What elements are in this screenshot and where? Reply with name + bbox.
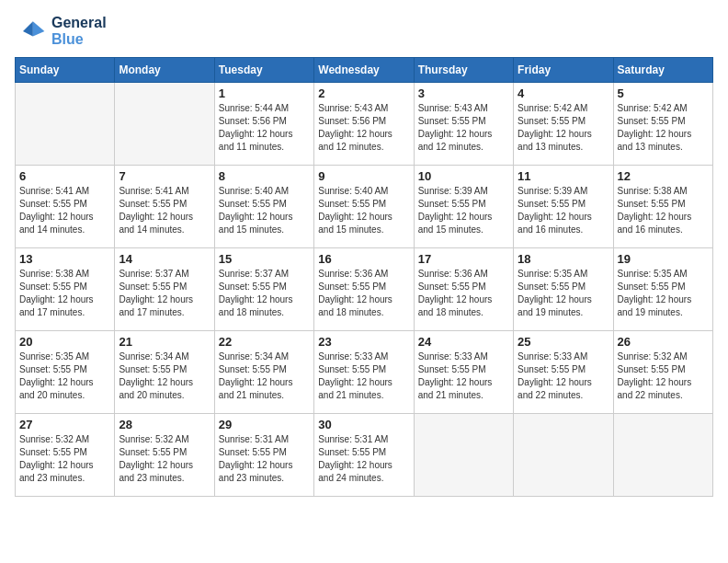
calendar-cell: 12Sunrise: 5:38 AMSunset: 5:55 PMDayligh… — [613, 166, 712, 248]
svg-marker-1 — [23, 21, 33, 36]
day-number: 24 — [418, 335, 509, 349]
calendar-cell: 22Sunrise: 5:34 AMSunset: 5:55 PMDayligh… — [214, 331, 313, 414]
column-header-wednesday: Wednesday — [314, 58, 414, 83]
calendar-cell: 16Sunrise: 5:36 AMSunset: 5:55 PMDayligh… — [314, 248, 414, 331]
calendar-cell — [514, 414, 613, 497]
day-info: Sunrise: 5:38 AMSunset: 5:55 PMDaylight:… — [19, 268, 110, 319]
day-info: Sunrise: 5:31 AMSunset: 5:55 PMDaylight:… — [318, 433, 409, 485]
day-info: Sunrise: 5:33 AMSunset: 5:55 PMDaylight:… — [318, 350, 409, 402]
day-info: Sunrise: 5:36 AMSunset: 5:55 PMDaylight:… — [318, 268, 409, 319]
day-info: Sunrise: 5:39 AMSunset: 5:55 PMDaylight:… — [418, 185, 509, 236]
day-info: Sunrise: 5:42 AMSunset: 5:55 PMDaylight:… — [618, 102, 709, 154]
day-info: Sunrise: 5:42 AMSunset: 5:55 PMDaylight:… — [518, 102, 609, 154]
day-info: Sunrise: 5:35 AMSunset: 5:55 PMDaylight:… — [19, 350, 110, 402]
calendar-cell: 30Sunrise: 5:31 AMSunset: 5:55 PMDayligh… — [314, 414, 414, 497]
column-header-saturday: Saturday — [613, 58, 712, 83]
day-number: 30 — [318, 418, 409, 431]
day-number: 26 — [618, 335, 709, 349]
column-header-tuesday: Tuesday — [214, 58, 313, 83]
logo-icon — [15, 15, 48, 48]
day-info: Sunrise: 5:34 AMSunset: 5:55 PMDaylight:… — [119, 350, 210, 402]
logo-text: General Blue — [51, 15, 107, 48]
day-info: Sunrise: 5:34 AMSunset: 5:55 PMDaylight:… — [219, 350, 310, 402]
calendar-cell — [414, 414, 513, 497]
day-number: 4 — [518, 86, 609, 100]
calendar-cell: 15Sunrise: 5:37 AMSunset: 5:55 PMDayligh… — [214, 248, 313, 331]
day-number: 11 — [518, 169, 609, 183]
day-number: 5 — [618, 86, 709, 100]
day-number: 28 — [119, 418, 210, 431]
day-number: 29 — [219, 418, 310, 431]
calendar-cell: 3Sunrise: 5:43 AMSunset: 5:55 PMDaylight… — [414, 83, 513, 166]
day-info: Sunrise: 5:44 AMSunset: 5:56 PMDaylight:… — [219, 102, 310, 154]
column-header-sunday: Sunday — [16, 58, 115, 83]
calendar-cell: 21Sunrise: 5:34 AMSunset: 5:55 PMDayligh… — [115, 331, 214, 414]
calendar: SundayMondayTuesdayWednesdayThursdayFrid… — [15, 57, 713, 497]
day-info: Sunrise: 5:31 AMSunset: 5:55 PMDaylight:… — [219, 433, 310, 485]
calendar-cell: 17Sunrise: 5:36 AMSunset: 5:55 PMDayligh… — [414, 248, 513, 331]
day-info: Sunrise: 5:35 AMSunset: 5:55 PMDaylight:… — [518, 268, 609, 319]
day-info: Sunrise: 5:39 AMSunset: 5:55 PMDaylight:… — [518, 185, 609, 236]
day-info: Sunrise: 5:32 AMSunset: 5:55 PMDaylight:… — [19, 433, 110, 485]
calendar-cell: 11Sunrise: 5:39 AMSunset: 5:55 PMDayligh… — [514, 166, 613, 248]
calendar-cell: 1Sunrise: 5:44 AMSunset: 5:56 PMDaylight… — [214, 83, 313, 166]
day-info: Sunrise: 5:37 AMSunset: 5:55 PMDaylight:… — [119, 268, 210, 319]
week-row-1: 1Sunrise: 5:44 AMSunset: 5:56 PMDaylight… — [16, 83, 713, 166]
calendar-cell: 27Sunrise: 5:32 AMSunset: 5:55 PMDayligh… — [16, 414, 115, 497]
calendar-cell — [16, 83, 115, 166]
day-info: Sunrise: 5:33 AMSunset: 5:55 PMDaylight:… — [418, 350, 509, 402]
calendar-cell: 6Sunrise: 5:41 AMSunset: 5:55 PMDaylight… — [16, 166, 115, 248]
day-info: Sunrise: 5:37 AMSunset: 5:55 PMDaylight:… — [219, 268, 310, 319]
column-header-thursday: Thursday — [414, 58, 513, 83]
logo: General Blue — [15, 15, 107, 48]
day-number: 27 — [19, 418, 110, 431]
day-number: 12 — [618, 169, 709, 183]
day-number: 8 — [219, 169, 310, 183]
day-number: 19 — [618, 252, 709, 266]
day-number: 18 — [518, 252, 609, 266]
day-info: Sunrise: 5:35 AMSunset: 5:55 PMDaylight:… — [618, 268, 709, 319]
calendar-cell: 5Sunrise: 5:42 AMSunset: 5:55 PMDaylight… — [613, 83, 712, 166]
day-number: 6 — [19, 169, 110, 183]
day-number: 13 — [19, 252, 110, 266]
calendar-cell: 23Sunrise: 5:33 AMSunset: 5:55 PMDayligh… — [314, 331, 414, 414]
calendar-cell: 13Sunrise: 5:38 AMSunset: 5:55 PMDayligh… — [16, 248, 115, 331]
calendar-header-row: SundayMondayTuesdayWednesdayThursdayFrid… — [16, 58, 713, 83]
day-info: Sunrise: 5:32 AMSunset: 5:55 PMDaylight:… — [618, 350, 709, 402]
week-row-5: 27Sunrise: 5:32 AMSunset: 5:55 PMDayligh… — [16, 414, 713, 497]
day-number: 22 — [219, 335, 310, 349]
calendar-cell: 26Sunrise: 5:32 AMSunset: 5:55 PMDayligh… — [613, 331, 712, 414]
day-number: 14 — [119, 252, 210, 266]
column-header-friday: Friday — [514, 58, 613, 83]
calendar-cell: 14Sunrise: 5:37 AMSunset: 5:55 PMDayligh… — [115, 248, 214, 331]
calendar-cell: 9Sunrise: 5:40 AMSunset: 5:55 PMDaylight… — [314, 166, 414, 248]
column-header-monday: Monday — [115, 58, 214, 83]
day-info: Sunrise: 5:32 AMSunset: 5:55 PMDaylight:… — [119, 433, 210, 485]
calendar-cell: 4Sunrise: 5:42 AMSunset: 5:55 PMDaylight… — [514, 83, 613, 166]
day-info: Sunrise: 5:43 AMSunset: 5:56 PMDaylight:… — [318, 102, 409, 154]
calendar-cell: 24Sunrise: 5:33 AMSunset: 5:55 PMDayligh… — [414, 331, 513, 414]
day-number: 25 — [518, 335, 609, 349]
calendar-cell: 20Sunrise: 5:35 AMSunset: 5:55 PMDayligh… — [16, 331, 115, 414]
day-info: Sunrise: 5:41 AMSunset: 5:55 PMDaylight:… — [119, 185, 210, 236]
day-info: Sunrise: 5:41 AMSunset: 5:55 PMDaylight:… — [19, 185, 110, 236]
day-info: Sunrise: 5:38 AMSunset: 5:55 PMDaylight:… — [618, 185, 709, 236]
day-number: 3 — [418, 86, 509, 100]
header: General Blue — [15, 15, 713, 48]
calendar-cell: 8Sunrise: 5:40 AMSunset: 5:55 PMDaylight… — [214, 166, 313, 248]
week-row-2: 6Sunrise: 5:41 AMSunset: 5:55 PMDaylight… — [16, 166, 713, 248]
calendar-cell: 18Sunrise: 5:35 AMSunset: 5:55 PMDayligh… — [514, 248, 613, 331]
calendar-cell: 19Sunrise: 5:35 AMSunset: 5:55 PMDayligh… — [613, 248, 712, 331]
calendar-cell: 10Sunrise: 5:39 AMSunset: 5:55 PMDayligh… — [414, 166, 513, 248]
calendar-cell: 7Sunrise: 5:41 AMSunset: 5:55 PMDaylight… — [115, 166, 214, 248]
day-number: 15 — [219, 252, 310, 266]
day-info: Sunrise: 5:40 AMSunset: 5:55 PMDaylight:… — [219, 185, 310, 236]
calendar-cell — [613, 414, 712, 497]
day-number: 17 — [418, 252, 509, 266]
calendar-cell: 29Sunrise: 5:31 AMSunset: 5:55 PMDayligh… — [214, 414, 313, 497]
day-number: 20 — [19, 335, 110, 349]
day-info: Sunrise: 5:40 AMSunset: 5:55 PMDaylight:… — [318, 185, 409, 236]
calendar-cell: 25Sunrise: 5:33 AMSunset: 5:55 PMDayligh… — [514, 331, 613, 414]
day-number: 2 — [318, 86, 409, 100]
calendar-cell: 28Sunrise: 5:32 AMSunset: 5:55 PMDayligh… — [115, 414, 214, 497]
